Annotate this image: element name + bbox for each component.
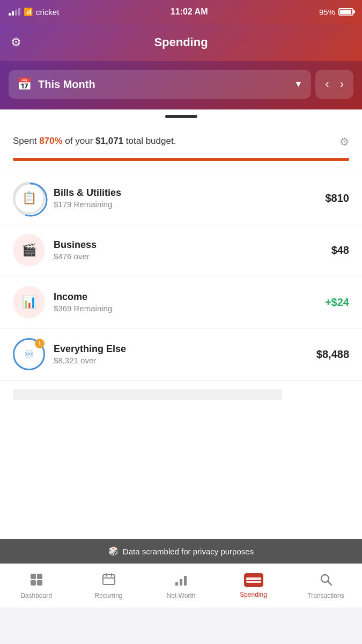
- category-name: Everything Else: [54, 343, 308, 355]
- svg-rect-10: [175, 582, 178, 586]
- everything-icon: ♾: [24, 348, 34, 361]
- budget-suffix: total budget.: [123, 136, 176, 146]
- budget-total-amount: $1,071: [95, 136, 123, 146]
- progress-bar-fill: [13, 158, 349, 161]
- progress-bar-bg: [13, 158, 349, 161]
- search-icon: [319, 573, 333, 590]
- status-left: 📶 cricket: [9, 8, 59, 17]
- period-label: This Month: [38, 78, 288, 91]
- business-icon: 🎬: [22, 243, 36, 257]
- page-title: Spending: [154, 35, 208, 49]
- budget-summary: Spent 870% of your $1,071 total budget. …: [0, 123, 362, 153]
- table-row[interactable]: 🎬 Business $476 over $48: [0, 224, 362, 276]
- nav-item-networth[interactable]: Net Worth: [145, 564, 217, 608]
- wifi-icon: 📶: [24, 8, 33, 16]
- carrier-name: cricket: [36, 8, 59, 17]
- nav-item-dashboard[interactable]: Dashboard: [0, 564, 72, 608]
- business-icon-wrap: 🎬: [13, 234, 45, 266]
- chevron-down-icon: ▼: [294, 79, 303, 89]
- svg-line-17: [328, 581, 331, 585]
- category-info: Bills & Utilities $179 Remaining: [54, 187, 317, 209]
- table-row[interactable]: ! ♾ Everything Else $8,321 over $8,488: [0, 328, 362, 380]
- scroll-indicator: [0, 109, 362, 123]
- bills-icon-wrap: 📋: [13, 182, 45, 214]
- category-info: Income $369 Remaining: [54, 291, 316, 313]
- period-main-button[interactable]: 📅 This Month ▼: [9, 70, 311, 99]
- table-row[interactable]: 📊 Income $369 Remaining +$24: [0, 276, 362, 328]
- nav-item-recurring[interactable]: Recurring: [72, 564, 145, 608]
- svg-rect-11: [180, 579, 182, 586]
- budget-prefix: Spent: [13, 136, 39, 146]
- main-content: Spent 870% of your $1,071 total budget. …: [0, 109, 362, 539]
- signal-icon: [9, 8, 20, 16]
- svg-rect-2: [31, 574, 36, 579]
- battery-icon: [338, 8, 353, 16]
- budget-settings-icon[interactable]: ⚙: [339, 135, 349, 148]
- settings-gear-icon[interactable]: ⚙: [11, 35, 21, 49]
- period-nav: ‹ ›: [315, 70, 353, 99]
- category-sub: $8,321 over: [54, 356, 308, 365]
- next-period-button[interactable]: ›: [340, 77, 344, 91]
- svg-rect-3: [37, 574, 42, 579]
- period-selector: 📅 This Month ▼ ‹ ›: [9, 70, 353, 99]
- category-info: Everything Else $8,321 over: [54, 343, 308, 365]
- category-amount: +$24: [325, 296, 349, 309]
- table-row[interactable]: 📋 Bills & Utilities $179 Remaining $810: [0, 172, 362, 224]
- svg-rect-5: [37, 580, 42, 586]
- transactions-label: Transactions: [307, 592, 344, 599]
- period-section: 📅 This Month ▼ ‹ ›: [0, 61, 362, 109]
- budget-percentage: 870%: [39, 136, 62, 146]
- income-icon-wrap: 📊: [13, 286, 45, 318]
- category-name: Bills & Utilities: [54, 187, 317, 199]
- privacy-banner: 🎲 Data scrambled for privacy purposes: [0, 539, 362, 564]
- privacy-text: Data scrambled for privacy purposes: [123, 547, 254, 556]
- budget-text: Spent 870% of your $1,071 total budget.: [13, 134, 339, 148]
- everything-icon-wrap: ! ♾: [13, 338, 45, 370]
- prev-period-button[interactable]: ‹: [325, 77, 329, 91]
- category-amount: $48: [331, 244, 349, 257]
- alert-icon: !: [35, 339, 45, 348]
- status-time: 11:02 AM: [171, 7, 208, 17]
- svg-rect-6: [103, 575, 115, 584]
- networth-icon: [174, 573, 188, 590]
- recurring-icon: [102, 573, 116, 590]
- spending-icon: [244, 573, 263, 589]
- category-info: Business $476 over: [54, 239, 323, 261]
- category-list: 📋 Bills & Utilities $179 Remaining $810 …: [0, 172, 362, 408]
- income-icon: 📊: [22, 295, 36, 309]
- networth-label: Net Worth: [167, 592, 196, 599]
- spending-label: Spending: [240, 591, 267, 598]
- category-sub: $476 over: [54, 252, 323, 261]
- category-sub: $369 Remaining: [54, 304, 316, 313]
- svg-rect-12: [184, 576, 187, 586]
- budget-progress-bar: [0, 153, 362, 172]
- status-right: 95%: [319, 8, 353, 17]
- bills-arc-svg: [13, 182, 48, 217]
- svg-rect-15: [246, 580, 261, 581]
- dashboard-label: Dashboard: [20, 592, 52, 599]
- partial-row: [0, 380, 362, 408]
- dashboard-icon: [29, 573, 43, 590]
- calendar-icon: 📅: [17, 77, 32, 91]
- category-amount: $8,488: [316, 348, 349, 361]
- nav-item-spending[interactable]: Spending: [217, 564, 290, 608]
- svg-rect-4: [31, 580, 36, 586]
- category-sub: $179 Remaining: [54, 200, 317, 209]
- nav-item-transactions[interactable]: Transactions: [290, 564, 362, 608]
- bottom-nav: Dashboard Recurring Net Worth: [0, 564, 362, 608]
- status-bar: 📶 cricket 11:02 AM 95%: [0, 0, 362, 24]
- category-amount: $810: [326, 192, 350, 204]
- privacy-icon: 🎲: [108, 546, 119, 556]
- category-name: Income: [54, 291, 316, 303]
- app-header: ⚙ Spending: [0, 24, 362, 61]
- category-name: Business: [54, 239, 323, 251]
- battery-percent: 95%: [319, 8, 335, 17]
- budget-middle: of your: [63, 136, 95, 146]
- recurring-label: Recurring: [94, 592, 122, 599]
